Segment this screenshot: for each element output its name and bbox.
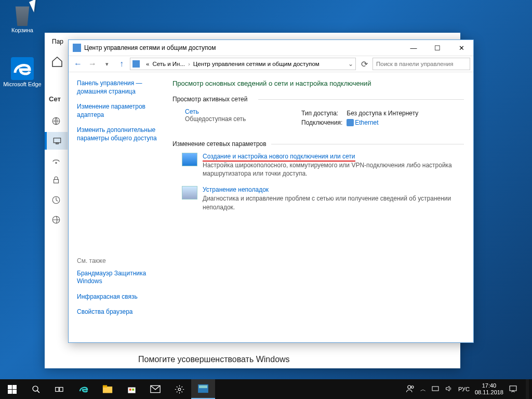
new-connection-link[interactable]: Создание и настройка нового подключения … xyxy=(203,153,464,160)
forward-button[interactable]: → xyxy=(86,58,99,70)
troubleshoot-desc: Диагностика и исправление проблем с сеть… xyxy=(203,194,464,211)
page-title: Просмотр основных сведений о сети и наст… xyxy=(172,79,464,87)
taskview-button[interactable] xyxy=(48,379,72,399)
nav-status[interactable] xyxy=(45,112,68,130)
maximize-button[interactable]: ☐ xyxy=(425,40,449,56)
refresh-button[interactable]: ⟳ xyxy=(358,58,370,70)
tb-edge[interactable] xyxy=(72,379,96,399)
connections-label: Подключения: xyxy=(301,118,345,127)
svg-rect-14 xyxy=(132,388,134,390)
svg-rect-11 xyxy=(103,385,107,388)
window-title: Центр управления сетями и общим доступом xyxy=(84,44,216,51)
tb-mail[interactable] xyxy=(143,379,167,399)
ethernet-icon xyxy=(347,119,354,126)
svg-rect-21 xyxy=(432,387,438,391)
crumb-1[interactable]: Сеть и Ин... xyxy=(152,61,185,67)
see-also-label: См. также xyxy=(77,257,164,264)
svg-rect-1 xyxy=(54,138,61,143)
svg-rect-13 xyxy=(129,388,131,390)
network-name[interactable]: Сеть xyxy=(185,108,300,115)
access-value: Без доступа к Интернету xyxy=(347,109,421,117)
troubleshoot-link[interactable]: Устранение неполадок xyxy=(203,186,464,193)
sidebar-home[interactable]: Панель управления — домашняя страница xyxy=(77,79,164,96)
change-settings-label: Изменение сетевых параметров xyxy=(172,140,464,148)
tb-control-panel[interactable] xyxy=(191,379,215,399)
svg-point-20 xyxy=(411,386,414,389)
new-connection-desc: Настройка широкополосного, коммутируемог… xyxy=(203,161,464,178)
start-button[interactable] xyxy=(0,379,24,399)
edge-icon xyxy=(11,57,34,80)
svg-rect-12 xyxy=(128,387,135,393)
access-label: Тип доступа: xyxy=(301,109,345,117)
svg-rect-9 xyxy=(59,387,62,391)
svg-rect-2 xyxy=(56,143,59,144)
crumb-prefix: « xyxy=(146,61,149,67)
edge-shortcut[interactable]: Microsoft Edge xyxy=(3,57,42,87)
recent-button[interactable]: ▾ xyxy=(101,58,113,70)
breadcrumb[interactable]: « Сеть и Ин... › Центр управления сетями… xyxy=(130,58,356,70)
search-input[interactable] xyxy=(373,58,470,70)
tray-lang[interactable]: РУС xyxy=(458,386,470,392)
sidebar-adapter[interactable]: Изменение параметров адаптера xyxy=(77,103,164,119)
tray-volume-icon[interactable] xyxy=(445,384,453,394)
system-tray: ︿ РУС 17:40 08.11.2018 xyxy=(406,379,532,399)
sidebar-browser[interactable]: Свойства браузера xyxy=(77,308,164,316)
nav-dialup[interactable] xyxy=(45,152,68,169)
close-button[interactable]: ✕ xyxy=(449,40,473,56)
svg-point-19 xyxy=(408,385,411,389)
tray-time: 17:40 xyxy=(475,382,503,389)
app-icon xyxy=(73,44,81,52)
tray-chevron-icon[interactable]: ︿ xyxy=(420,385,426,393)
svg-rect-22 xyxy=(510,385,516,390)
tray-date: 08.11.2018 xyxy=(475,389,503,396)
main-content: Просмотр основных сведений о сети и наст… xyxy=(169,72,473,342)
chevron-icon[interactable]: › xyxy=(188,61,190,67)
svg-point-16 xyxy=(178,388,181,391)
sidebar-sharing[interactable]: Изменить дополнительные параметры общего… xyxy=(77,126,164,142)
tb-store[interactable] xyxy=(119,379,143,399)
nav-ethernet[interactable] xyxy=(45,132,68,150)
breadcrumb-icon xyxy=(132,60,140,68)
sidebar-infrared[interactable]: Инфракрасная связь xyxy=(77,293,164,301)
titlebar[interactable]: Центр управления сетями и общим доступом… xyxy=(69,40,473,56)
recycle-label: Корзина xyxy=(3,27,42,33)
ethernet-link[interactable]: Ethernet xyxy=(355,119,378,126)
taskbar: ︿ РУС 17:40 08.11.2018 xyxy=(0,379,532,399)
troubleshoot-icon xyxy=(182,186,197,200)
sidebar-firewall[interactable]: Брандмауэр Защитника Windows xyxy=(77,270,164,286)
tray-notifications-icon[interactable] xyxy=(509,384,517,394)
tb-settings[interactable] xyxy=(167,379,191,399)
sidebar: Панель управления — домашняя страница Из… xyxy=(69,72,169,342)
minimize-button[interactable]: — xyxy=(402,40,425,56)
svg-point-3 xyxy=(56,162,57,163)
dropdown-icon[interactable]: ⌄ xyxy=(348,60,353,68)
tray-clock[interactable]: 17:40 08.11.2018 xyxy=(475,382,503,395)
recycle-icon xyxy=(11,3,34,26)
control-panel-window: Центр управления сетями и общим доступом… xyxy=(68,39,474,343)
show-desktop-button[interactable] xyxy=(526,379,529,399)
up-button[interactable]: ↑ xyxy=(115,58,128,70)
nav-proxy[interactable] xyxy=(45,211,68,229)
search-button[interactable] xyxy=(24,379,48,399)
tb-explorer[interactable] xyxy=(96,379,119,399)
svg-point-7 xyxy=(33,386,38,391)
new-connection-icon xyxy=(182,153,197,166)
tray-people-icon[interactable] xyxy=(406,384,415,394)
svg-rect-18 xyxy=(199,385,207,388)
network-type: Общедоступная сеть xyxy=(185,115,300,123)
edge-label: Microsoft Edge xyxy=(3,81,42,87)
svg-rect-8 xyxy=(55,387,58,391)
svg-rect-4 xyxy=(54,180,59,183)
nav-data[interactable] xyxy=(45,191,68,209)
address-bar: ← → ▾ ↑ « Сеть и Ин... › Центр управлени… xyxy=(69,56,473,72)
crumb-2[interactable]: Центр управления сетями и общим доступом xyxy=(193,61,320,67)
home-icon[interactable] xyxy=(51,56,63,68)
tray-network-icon[interactable] xyxy=(431,384,440,394)
settings-footer: Помогите усовершенствовать Windows xyxy=(138,355,290,364)
svg-rect-10 xyxy=(103,387,112,393)
active-networks-label: Просмотр активных сетей xyxy=(172,96,464,103)
back-button[interactable]: ← xyxy=(72,58,84,70)
nav-vpn[interactable] xyxy=(45,171,68,189)
